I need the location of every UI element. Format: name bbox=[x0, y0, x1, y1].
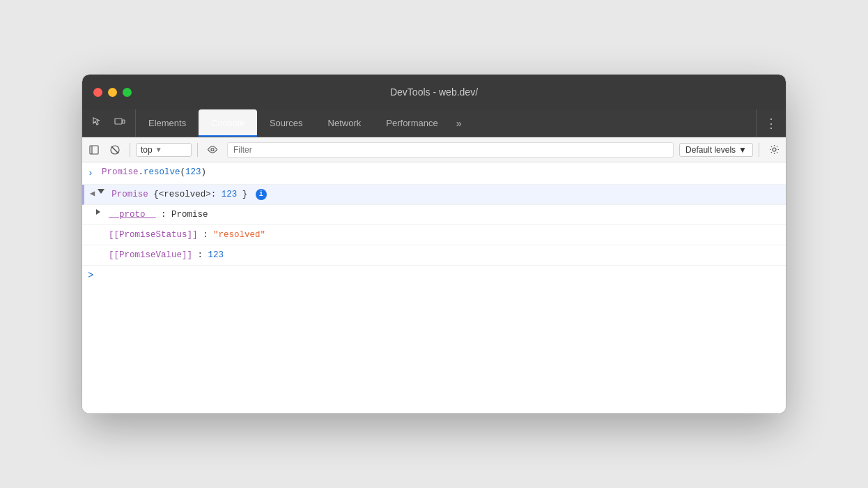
proto-text: __proto__ : Promise bbox=[109, 208, 780, 222]
inspect-icon[interactable] bbox=[89, 114, 106, 133]
settings-button[interactable] bbox=[765, 141, 783, 159]
tab-sources[interactable]: Sources bbox=[257, 109, 316, 137]
window-controls bbox=[93, 88, 132, 97]
promise-status-text: [[PromiseStatus]] : "resolved" bbox=[109, 228, 780, 242]
close-button[interactable] bbox=[93, 88, 102, 97]
svg-line-5 bbox=[111, 146, 118, 153]
code-method: resolve bbox=[144, 167, 180, 177]
console-toolbar: top ▼ Default levels ▼ bbox=[82, 137, 786, 162]
promise-status-line: [[PromiseStatus]] : "resolved" bbox=[82, 225, 786, 245]
levels-arrow-icon: ▼ bbox=[738, 145, 747, 155]
code-number: 123 bbox=[185, 167, 201, 177]
console-input-text: Promise.resolve(123) bbox=[102, 165, 780, 179]
value-indicator bbox=[96, 248, 106, 250]
console-output-line: ◀ Promise {<resolved>: 123 } i bbox=[82, 185, 786, 205]
tabbar: Elements Console Sources Network Perform… bbox=[82, 109, 786, 137]
triangle-right-icon bbox=[96, 209, 100, 215]
toolbar-divider-1 bbox=[130, 143, 130, 157]
titlebar: DevTools - web.dev/ bbox=[82, 75, 786, 109]
prompt-line[interactable]: > bbox=[82, 266, 786, 285]
promise-value-line: [[PromiseValue]] : 123 bbox=[82, 245, 786, 266]
tabbar-icons bbox=[82, 109, 136, 137]
status-indicator bbox=[96, 228, 106, 229]
svg-rect-1 bbox=[123, 120, 125, 123]
console-area: › Promise.resolve(123) ◀ Promise {<resol… bbox=[82, 162, 786, 413]
info-badge[interactable]: i bbox=[256, 189, 267, 200]
sidebar-toggle-button[interactable] bbox=[85, 141, 103, 159]
svg-rect-0 bbox=[115, 119, 122, 124]
proto-line: __proto__ : Promise bbox=[82, 205, 786, 225]
context-selector[interactable]: top ▼ bbox=[136, 143, 192, 157]
code-keyword: Promise bbox=[102, 167, 139, 177]
value-number: 123 bbox=[208, 250, 224, 260]
devtools-window: DevTools - web.dev/ Elements Console bbox=[82, 75, 786, 413]
status-key: [[PromiseStatus]] bbox=[109, 230, 198, 240]
proto-expand[interactable] bbox=[96, 208, 106, 215]
input-indicator: › bbox=[88, 165, 98, 181]
tab-console[interactable]: Console bbox=[199, 109, 257, 137]
maximize-button[interactable] bbox=[123, 88, 132, 97]
clear-console-button[interactable] bbox=[106, 141, 124, 159]
console-prompt-input[interactable] bbox=[98, 270, 780, 280]
promise-value-text: [[PromiseValue]] : 123 bbox=[109, 248, 780, 262]
tab-network[interactable]: Network bbox=[316, 109, 374, 137]
tab-elements[interactable]: Elements bbox=[136, 109, 199, 137]
devtools-menu-button[interactable]: ⋮ bbox=[756, 109, 786, 137]
device-toolbar-icon[interactable] bbox=[111, 114, 128, 133]
triangle-down-icon bbox=[98, 189, 104, 194]
prompt-caret: > bbox=[88, 270, 93, 281]
more-tabs-button[interactable]: » bbox=[451, 109, 467, 137]
value-key: [[PromiseValue]] bbox=[109, 250, 192, 260]
promise-label: Promise bbox=[111, 190, 148, 199]
minimize-button[interactable] bbox=[108, 88, 117, 97]
back-arrow-icon: ◀ bbox=[90, 188, 95, 201]
window-title: DevTools - web.dev/ bbox=[390, 86, 478, 98]
resolved-value: 123 bbox=[222, 190, 238, 199]
svg-point-6 bbox=[211, 148, 214, 151]
filter-input[interactable] bbox=[227, 142, 674, 158]
proto-key[interactable]: __proto__ bbox=[109, 210, 156, 220]
svg-rect-2 bbox=[90, 146, 98, 154]
eye-filter-button[interactable] bbox=[203, 141, 222, 159]
toolbar-divider-2 bbox=[197, 143, 198, 157]
expand-indicator[interactable] bbox=[98, 188, 107, 194]
toolbar-divider-3 bbox=[759, 143, 759, 157]
tabs: Elements Console Sources Network Perform… bbox=[136, 109, 756, 137]
console-input-line: › Promise.resolve(123) bbox=[82, 162, 786, 185]
dropdown-arrow-icon: ▼ bbox=[155, 146, 162, 153]
console-output-text: Promise {<resolved>: 123 } i bbox=[111, 188, 780, 201]
tab-performance[interactable]: Performance bbox=[373, 109, 450, 137]
log-levels-dropdown[interactable]: Default levels ▼ bbox=[679, 143, 753, 157]
svg-point-7 bbox=[773, 148, 776, 151]
status-value: "resolved" bbox=[213, 230, 265, 240]
